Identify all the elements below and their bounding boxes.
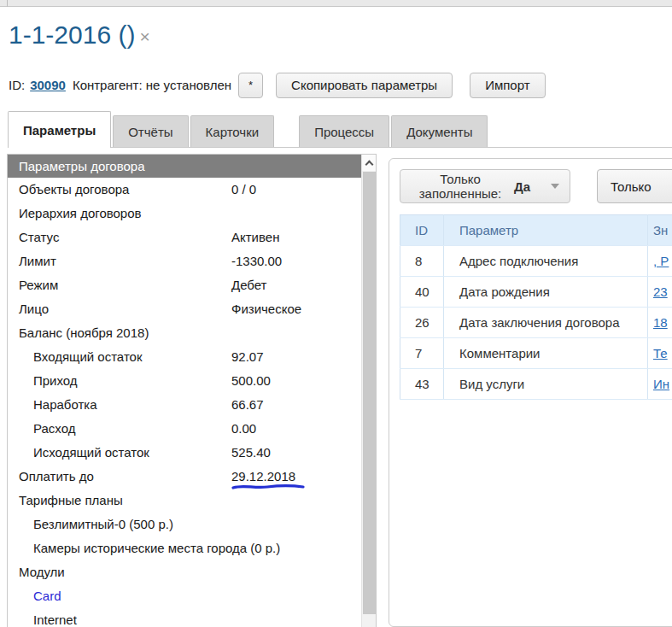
param-row[interactable]: Internet <box>8 608 361 627</box>
param-row-label: Камеры исторические места города (0 р.) <box>8 541 280 555</box>
value-link[interactable]: Ин <box>653 377 669 391</box>
param-row-label: Иерархия договоров <box>8 206 142 220</box>
param-row[interactable]: ЛицоФизическое <box>8 297 361 321</box>
chevron-down-icon <box>551 184 559 189</box>
param-row-label: Приход <box>8 373 78 388</box>
id-label: ID: <box>9 78 25 92</box>
chevron-up-icon <box>365 160 373 168</box>
param-row[interactable]: Безлимитный-0 (500 р.) <box>8 513 361 536</box>
table-row: 40Дата рождения23 <box>400 277 672 308</box>
param-row-label: Баланс (ноября 2018) <box>8 325 149 340</box>
param-row-label: Наработка <box>8 397 97 412</box>
tab-карточки[interactable]: Карточки <box>190 115 275 147</box>
param-row-value: 0 / 0 <box>231 178 256 202</box>
close-icon[interactable]: × <box>139 26 149 47</box>
param-row-label: Модули <box>8 565 65 579</box>
tab-параметры[interactable]: Параметры <box>8 111 111 148</box>
tab-процессы[interactable]: Процессы <box>299 115 389 147</box>
col-header-param[interactable]: Параметр <box>444 215 648 246</box>
param-row-value: 66.67 <box>231 393 264 417</box>
contract-info-row: ID: 30090 Контрагент: не установлен * Ск… <box>9 72 546 98</box>
param-row[interactable]: Лимит-1330.00 <box>8 249 361 273</box>
param-row[interactable]: Расход0.00 <box>8 417 361 441</box>
cell-id: 43 <box>400 369 444 400</box>
param-list-container: Параметры договора Объекты договора0 / 0… <box>8 155 361 627</box>
value-link[interactable]: 23 <box>653 284 668 299</box>
table-row: 26Дата заключения договора18 <box>400 308 672 338</box>
value-link[interactable]: 18 <box>653 315 668 330</box>
param-row-value: 92.07 <box>231 345 264 369</box>
filter-value: Да <box>514 179 530 194</box>
module-link[interactable]: Card <box>8 589 61 603</box>
param-row[interactable]: Оплатить до29.12.2018 <box>8 465 361 489</box>
value-link[interactable]: Те <box>653 346 668 360</box>
param-row[interactable]: РежимДебет <box>8 273 361 297</box>
param-row-value: 525.40 <box>231 441 271 465</box>
param-row[interactable]: Баланс (ноября 2018) <box>8 321 361 345</box>
filter-controls: Только заполненные: Да Только <box>400 169 672 203</box>
import-button[interactable]: Импорт <box>470 73 545 98</box>
cell-id: 8 <box>400 246 444 277</box>
param-row-value: 0.00 <box>231 417 256 441</box>
param-row-label: Лимит <box>8 254 56 268</box>
param-row[interactable]: Card <box>8 584 361 608</box>
star-button[interactable]: * <box>238 73 263 98</box>
cell-value: Те <box>648 338 672 369</box>
param-row-label: Входящий остаток <box>8 349 143 364</box>
param-row[interactable]: Камеры исторические места города (0 р.) <box>8 536 361 560</box>
param-row-label: Режим <box>8 278 58 292</box>
param-row-label: Исходящий остаток <box>8 445 149 460</box>
contract-id-link[interactable]: 30090 <box>30 78 66 92</box>
cell-id: 7 <box>400 338 444 369</box>
cell-value: 23 <box>648 277 672 308</box>
param-row[interactable]: Наработка66.67 <box>8 393 361 417</box>
only-filled-dropdown[interactable]: Только заполненные: Да <box>400 169 570 203</box>
contragent-label: Контрагент: не установлен <box>73 78 231 92</box>
page-title: 1-1-2016 () <box>9 21 135 50</box>
second-filter-button[interactable]: Только <box>597 169 672 203</box>
param-row-value: Физическое <box>231 297 301 321</box>
param-row-label: Статус <box>8 230 59 244</box>
param-row-value: Дебет <box>231 273 266 297</box>
param-row-value: Активен <box>231 226 279 249</box>
scrollbar-thumb[interactable] <box>363 172 376 614</box>
scrollbar[interactable] <box>361 155 376 627</box>
strip-divider <box>7 0 8 7</box>
tab-документы[interactable]: Документы <box>391 115 488 147</box>
contract-parameters-panel: Параметры договора Объекты договора0 / 0… <box>7 154 377 627</box>
table-row: 8Адрес подключения, Р <box>400 246 672 277</box>
param-row-label: Безлимитный-0 (500 р.) <box>8 517 173 531</box>
copy-parameters-button[interactable]: Скопировать параметры <box>276 73 453 98</box>
param-row[interactable]: СтатусАктивен <box>8 226 361 249</box>
col-header-id[interactable]: ID <box>400 215 444 246</box>
param-table-body: 8Адрес подключения, Р40Дата рождения2326… <box>400 246 672 400</box>
param-row-label: Расход <box>8 421 75 436</box>
cell-param: Адрес подключения <box>444 246 648 277</box>
param-row-label: Internet <box>8 612 77 627</box>
cell-value: , Р <box>648 246 672 277</box>
param-row[interactable]: Приход500.00 <box>8 369 361 393</box>
scroll-up-button[interactable] <box>362 155 376 171</box>
param-row[interactable]: Входящий остаток92.07 <box>8 345 361 369</box>
param-row[interactable]: Тарифные планы <box>8 489 361 513</box>
table-row: 43Вид услугиИн <box>400 369 672 400</box>
param-row[interactable]: Иерархия договоров <box>8 202 361 226</box>
contract-title-row: 1-1-2016 () × <box>9 21 150 50</box>
tab-bar: ПараметрыОтчётыКарточкиПроцессыДокументы <box>8 111 672 148</box>
cell-value: Ин <box>648 369 672 400</box>
tab-отчёты[interactable]: Отчёты <box>113 115 188 147</box>
table-row: 7КомментарииТе <box>400 338 672 369</box>
param-row[interactable]: Модули <box>8 560 361 584</box>
param-row-label: Тарифные планы <box>8 493 123 507</box>
browser-edge-strip <box>0 0 672 7</box>
param-row[interactable]: Исходящий остаток525.40 <box>8 441 361 465</box>
param-row-value: 500.00 <box>231 369 271 393</box>
cell-param: Дата заключения договора <box>444 308 648 338</box>
cell-id: 26 <box>400 308 444 338</box>
panel-header: Параметры договора <box>8 155 361 178</box>
cell-id: 40 <box>400 277 444 308</box>
param-row[interactable]: Объекты договора0 / 0 <box>8 178 361 202</box>
param-list: Объекты договора0 / 0Иерархия договоровС… <box>8 178 361 627</box>
value-link[interactable]: , Р <box>653 254 669 268</box>
col-header-value[interactable]: Зн <box>648 215 672 246</box>
